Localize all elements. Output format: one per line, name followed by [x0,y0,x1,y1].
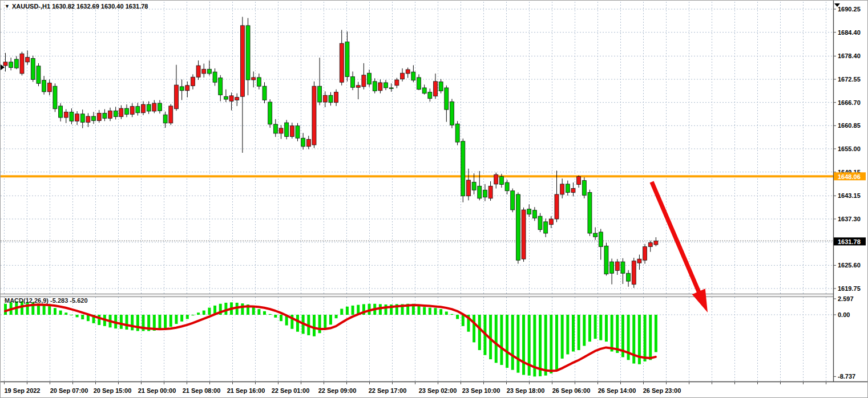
symbol-title: ▼XAUUSD-,H1 1630.82 1632.69 1630.40 1631… [5,3,148,10]
chart-window: 1690.251684.401678.401672.551666.701660.… [0,0,868,398]
macd-indicator-label: MACD(12,26,9) -5.283 -5.620 [5,297,88,304]
symbol-dropdown-icon[interactable]: ▼ [5,3,10,9]
macd-panel-surface[interactable] [1,297,833,381]
symbol-title-text: XAUUSD-,H1 1630.82 1632.69 1630.40 1631.… [12,3,148,10]
price-axis[interactable] [833,1,868,381]
time-axis[interactable] [1,381,833,398]
main-chart-surface[interactable] [1,1,833,294]
